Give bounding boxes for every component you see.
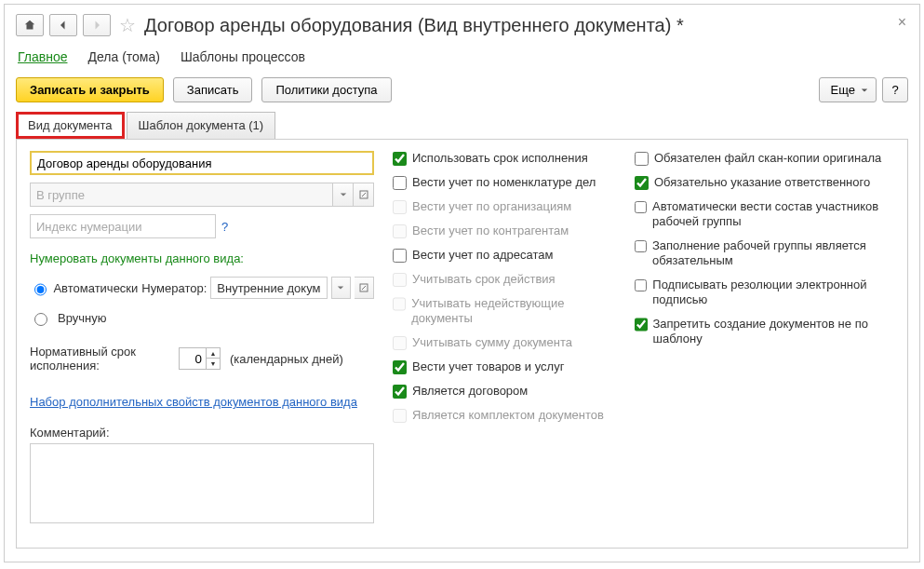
checkbox-label: Заполнение рабочей группы является обяза… — [652, 238, 894, 268]
checkbox-row-автоматически-вести-состав-участников-ра[interactable]: Автоматически вести состав участников ра… — [635, 199, 894, 229]
checkbox-label: Вести учет по контрагентам — [412, 224, 569, 238]
group-input[interactable] — [30, 183, 333, 207]
checkbox-row-вести-учет-по-организациям: Вести учет по организациям — [393, 199, 616, 214]
forward-button[interactable] — [83, 14, 111, 36]
checkbox-row-вести-учет-товаров-и-услуг[interactable]: Вести учет товаров и услуг — [393, 359, 616, 374]
nav-cases[interactable]: Дела (тома) — [88, 49, 160, 64]
home-icon — [23, 19, 36, 32]
checkbox-вести-учет-по-организациям — [393, 200, 407, 214]
checkbox-label: Обязательно указание ответственного — [654, 175, 870, 190]
numbering-index-input[interactable] — [30, 214, 216, 238]
access-policies-button[interactable]: Политики доступа — [261, 77, 391, 102]
checkbox-учитывать-недействующие-документы — [393, 297, 406, 311]
checkbox-вести-учет-по-номенклатуре-дел[interactable] — [393, 176, 407, 190]
numerator-open-button[interactable] — [355, 277, 374, 299]
checkbox-row-учитывать-недействующие-документы: Учитывать недействующие документы — [393, 296, 616, 326]
checkbox-row-использовать-срок-исполнения[interactable]: Использовать срок исполнения — [393, 151, 616, 166]
checkbox-является-договором[interactable] — [393, 385, 407, 399]
numerator-dropdown-button[interactable] — [331, 277, 351, 299]
checkbox-подписывать-резолюции-электронной-подпис[interactable] — [635, 278, 647, 292]
chevron-down-icon — [340, 191, 347, 198]
tab-document-template[interactable]: Шаблон документа (1) — [127, 112, 276, 139]
checkbox-row-подписывать-резолюции-электронной-подпис[interactable]: Подписывать резолюции электронной подпис… — [635, 278, 894, 307]
favorite-icon[interactable]: ☆ — [116, 14, 139, 36]
checkbox-вести-учет-товаров-и-услуг[interactable] — [393, 360, 407, 374]
checkbox-учитывать-срок-действия — [393, 273, 407, 287]
checkbox-row-учитывать-срок-действия: Учитывать срок действия — [393, 272, 616, 287]
numerator-label: Нумератор: — [141, 281, 207, 295]
spinner-up-button[interactable]: ▲ — [207, 348, 220, 359]
home-button[interactable] — [16, 14, 44, 36]
checkbox-row-вести-учет-по-номенклатуре-дел[interactable]: Вести учет по номенклатуре дел — [393, 175, 616, 190]
arrow-right-icon — [91, 20, 102, 31]
checkbox-label: Обязателен файл скан-копии оригинала — [654, 151, 881, 166]
checkbox-использовать-срок-исполнения[interactable] — [393, 152, 407, 166]
checkbox-label: Учитывать сумму документа — [412, 335, 572, 350]
checkbox-автоматически-вести-состав-участников-ра[interactable] — [635, 200, 647, 214]
save-button[interactable]: Записать — [173, 77, 253, 102]
open-icon — [359, 283, 368, 292]
checkbox-label: Учитывать срок действия — [412, 272, 556, 287]
norm-term-unit: (календарных дней) — [230, 352, 343, 366]
doc-name-input[interactable] — [30, 151, 374, 175]
nav-process-templates[interactable]: Шаблоны процессов — [181, 49, 305, 64]
checkbox-обязателен-файл-скан-копии-оригинала[interactable] — [635, 152, 649, 166]
numbering-manual-label[interactable]: Вручную — [58, 311, 106, 325]
checkbox-label: Автоматически вести состав участников ра… — [652, 199, 894, 229]
checkbox-является-комплектом-документов — [393, 409, 407, 423]
save-and-close-button[interactable]: Записать и закрыть — [16, 77, 164, 102]
checkbox-label: Вести учет товаров и услуг — [412, 359, 564, 374]
group-open-button[interactable] — [354, 183, 374, 207]
spinner-down-button[interactable]: ▼ — [207, 359, 220, 369]
checkbox-row-заполнение-рабочей-группы-является-обяза[interactable]: Заполнение рабочей группы является обяза… — [635, 238, 894, 268]
page-title: Договор аренды оборудования (Вид внутрен… — [144, 15, 684, 36]
arrow-left-icon — [58, 20, 69, 31]
comment-textarea[interactable] — [30, 443, 374, 523]
checkbox-label: Подписывать резолюции электронной подпис… — [652, 278, 894, 307]
close-icon[interactable]: × — [898, 14, 906, 31]
group-dropdown-button[interactable] — [333, 183, 354, 207]
numbering-auto-label[interactable]: Автоматически — [53, 281, 138, 295]
numbering-manual-radio[interactable] — [34, 313, 47, 326]
checkbox-row-учитывать-сумму-документа: Учитывать сумму документа — [393, 335, 616, 350]
norm-term-label: Нормативный срок исполнения: — [30, 345, 169, 373]
checkbox-запретить-создание-документов-не-по-шабл[interactable] — [635, 318, 648, 332]
checkbox-label: Учитывать недействующие документы — [411, 296, 616, 326]
checkbox-label: Вести учет по адресатам — [412, 248, 553, 263]
chevron-down-icon — [861, 87, 868, 94]
comment-label: Комментарий: — [30, 426, 374, 440]
checkbox-заполнение-рабочей-группы-является-обяза[interactable] — [635, 239, 647, 253]
checkbox-label: Является комплектом документов — [412, 408, 604, 423]
checkbox-вести-учет-по-адресатам[interactable] — [393, 249, 407, 263]
checkbox-label: Использовать срок исполнения — [412, 151, 588, 166]
nav-main[interactable]: Главное — [18, 49, 68, 64]
checkbox-row-вести-учет-по-контрагентам: Вести учет по контрагентам — [393, 224, 616, 238]
numbering-section-title: Нумеровать документы данного вида: — [30, 251, 374, 265]
checkbox-label: Является договором — [412, 384, 528, 399]
numerator-select[interactable]: Внутренние докум — [210, 277, 327, 299]
checkbox-учитывать-сумму-документа — [393, 336, 407, 350]
numbering-help-icon[interactable]: ? — [221, 220, 228, 234]
checkbox-row-запретить-создание-документов-не-по-шабл[interactable]: Запретить создание документов не по шабл… — [635, 317, 894, 346]
checkbox-вести-учет-по-контрагентам — [393, 224, 407, 238]
checkbox-label: Запретить создание документов не по шабл… — [653, 317, 895, 346]
checkbox-row-обязателен-файл-скан-копии-оригинала[interactable]: Обязателен файл скан-копии оригинала — [635, 151, 894, 166]
extra-props-link[interactable]: Набор дополнительных свойств документов … — [30, 395, 374, 409]
back-button[interactable] — [49, 14, 77, 36]
checkbox-row-является-комплектом-документов: Является комплектом документов — [393, 408, 616, 423]
norm-term-input[interactable] — [179, 347, 207, 370]
checkbox-обязательно-указание-ответственного[interactable] — [635, 176, 649, 190]
chevron-down-icon — [337, 284, 344, 291]
checkbox-label: Вести учет по организациям — [412, 199, 571, 214]
numbering-auto-radio[interactable] — [34, 283, 47, 296]
open-icon — [359, 190, 368, 199]
tab-document-type[interactable]: Вид документа — [16, 112, 125, 139]
checkbox-label: Вести учет по номенклатуре дел — [412, 175, 596, 190]
help-button[interactable]: ? — [882, 77, 908, 102]
checkbox-row-вести-учет-по-адресатам[interactable]: Вести учет по адресатам — [393, 248, 616, 263]
checkbox-row-обязательно-указание-ответственного[interactable]: Обязательно указание ответственного — [635, 175, 894, 190]
more-button[interactable]: Еще — [819, 77, 877, 102]
checkbox-row-является-договором[interactable]: Является договором — [393, 384, 616, 399]
